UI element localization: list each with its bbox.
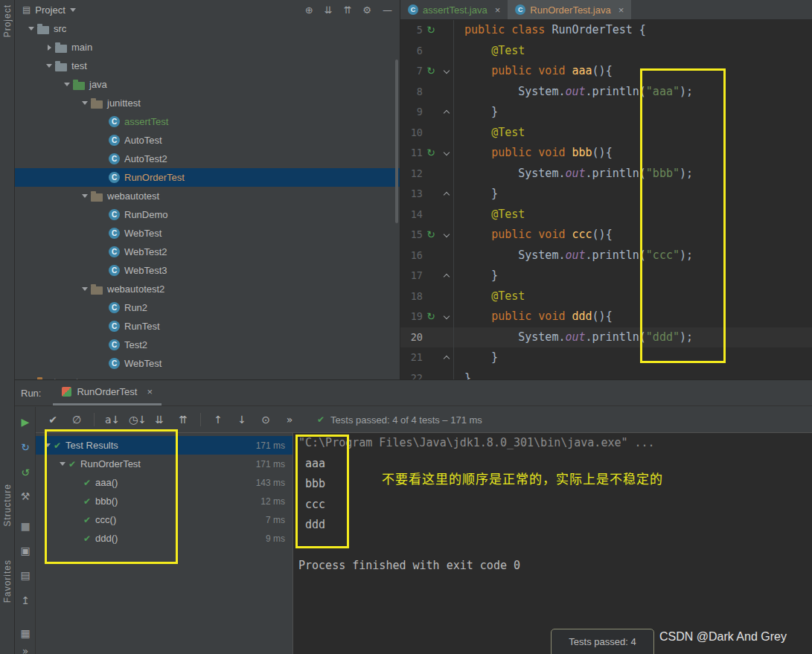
fold-close-icon[interactable]: [439, 266, 454, 286]
fold-close-icon[interactable]: [439, 184, 454, 205]
run-test-icon[interactable]: ↻: [423, 61, 439, 82]
compare-screenshot-icon[interactable]: ▤: [15, 569, 36, 581]
code-line-10[interactable]: 10 @Test: [400, 123, 812, 144]
project-header-title[interactable]: Project: [35, 4, 65, 16]
project-tree-item-webtest3[interactable]: CWebTest3: [15, 261, 400, 280]
test-history-icon[interactable]: ⊙: [259, 414, 272, 426]
sort-by-duration-icon[interactable]: ◷↓: [129, 414, 142, 426]
rerun-failed-tests-icon[interactable]: ↻: [15, 441, 36, 453]
code-line-21[interactable]: 21 }: [400, 347, 812, 368]
code-line-20[interactable]: 20 System.out.println("ddd");: [400, 327, 812, 348]
fold-close-icon[interactable]: [439, 102, 454, 123]
code-line-12[interactable]: 12 System.out.println("bbb");: [400, 164, 812, 185]
project-tree-item-src[interactable]: src: [15, 19, 400, 38]
fold-open-icon[interactable]: [439, 61, 454, 82]
code-line-8[interactable]: 8 System.out.println("aaa");: [400, 82, 812, 103]
chevron-down-icon[interactable]: [70, 8, 76, 12]
code-line-16[interactable]: 16 System.out.println("ccc");: [400, 246, 812, 266]
project-tree-item-run2[interactable]: CRun2: [15, 298, 400, 317]
project-tree-item-rundemo[interactable]: CRunDemo: [15, 205, 400, 224]
fold-close-icon[interactable]: [439, 347, 454, 368]
toggle-auto-test-icon[interactable]: ↺: [15, 467, 36, 478]
screenshot-icon[interactable]: ▣: [15, 545, 36, 557]
build-settings-icon[interactable]: ⚒: [15, 490, 36, 502]
collapse-all-icon[interactable]: ⇈: [343, 4, 351, 16]
close-icon[interactable]: ×: [147, 386, 153, 397]
collapse-all-icon[interactable]: ⇈: [176, 414, 190, 426]
settings-gear-icon[interactable]: ⚙: [362, 4, 371, 16]
project-tree-item-main[interactable]: main: [15, 38, 400, 57]
sort-alphabetically-icon[interactable]: a↓: [105, 414, 118, 426]
stop-icon[interactable]: ■: [15, 520, 36, 532]
toolwindow-button-project[interactable]: Project: [2, 4, 13, 37]
previous-occurrence-icon[interactable]: ↑: [211, 414, 225, 426]
test-tree-item-ccc[interactable]: ✔ccc()7 ms: [36, 510, 292, 529]
project-tree-item-webtest2[interactable]: CWebTest2: [15, 243, 400, 261]
run-test-icon[interactable]: ↻: [423, 20, 439, 41]
show-passed-icon[interactable]: ✔: [46, 414, 60, 426]
close-icon[interactable]: ×: [618, 4, 624, 16]
code-line-11[interactable]: 11↻ public void bbb(){: [400, 143, 812, 164]
project-tree-item-junittest[interactable]: junittest: [15, 94, 400, 112]
rerun-tests-icon[interactable]: ▶: [15, 416, 36, 428]
editor-tab-asserttest[interactable]: C assertTest.java ×: [400, 0, 508, 19]
more-icon[interactable]: »: [283, 414, 296, 426]
project-tree-item-test2[interactable]: CTest2: [15, 336, 400, 354]
fold-open-icon[interactable]: [439, 225, 454, 246]
run-test-icon[interactable]: ↻: [423, 143, 439, 164]
chevron-right-icon[interactable]: [43, 45, 55, 51]
project-tree-item-webtest[interactable]: CWebTest: [15, 354, 400, 373]
test-tree-item-aaa[interactable]: ✔aaa()143 ms: [36, 473, 292, 492]
console[interactable]: "C:\Program Files\Java\jdk1.8.0_301\bin\…: [292, 433, 812, 654]
chevron-down-icon[interactable]: [42, 443, 54, 447]
project-tree-item-runtest[interactable]: CRunTest: [15, 317, 400, 336]
test-tree-item-ddd[interactable]: ✔ddd()9 ms: [36, 529, 292, 548]
chevron-down-icon[interactable]: [57, 462, 68, 466]
project-tree-item-autotest[interactable]: CAutoTest: [15, 131, 400, 150]
project-tree-item-asserttest[interactable]: CassertTest: [15, 112, 400, 131]
chevron-down-icon[interactable]: [25, 27, 37, 31]
project-scrollbar[interactable]: [395, 60, 398, 223]
run-test-icon[interactable]: ↻: [423, 307, 439, 327]
export-test-results-icon[interactable]: ↥: [15, 594, 36, 606]
run-test-icon[interactable]: ↻: [423, 225, 439, 246]
more-options-icon[interactable]: »: [15, 645, 36, 654]
fold-open-icon[interactable]: [439, 307, 454, 327]
layout-settings-icon[interactable]: ▦: [15, 627, 36, 639]
code-line-6[interactable]: 6 @Test: [400, 41, 812, 62]
project-tree-item-webautotest2[interactable]: webautotest2: [15, 280, 400, 298]
code-line-13[interactable]: 13 }: [400, 184, 812, 205]
code-area[interactable]: 5↻public class RunOrderTest {6 @Test7↻ p…: [400, 20, 812, 379]
toolwindow-button-favorites[interactable]: Favorites: [2, 560, 13, 603]
chevron-down-icon[interactable]: [79, 101, 91, 105]
locate-file-icon[interactable]: ⊕: [305, 4, 313, 16]
code-line-17[interactable]: 17 }: [400, 266, 812, 286]
next-occurrence-icon[interactable]: ↓: [235, 414, 249, 426]
editor-tab-runordertest[interactable]: C RunOrderTest.java ×: [508, 0, 631, 19]
code-line-9[interactable]: 9 }: [400, 102, 812, 123]
project-tree-item-runordertest[interactable]: CRunOrderTest: [15, 168, 400, 187]
toolwindow-button-structure[interactable]: Structure: [2, 484, 13, 527]
test-tree-item-runordertest[interactable]: ✔RunOrderTest171 ms: [36, 455, 292, 473]
test-tree-item-bbb[interactable]: ✔bbb()12 ms: [36, 492, 292, 510]
code-line-15[interactable]: 15↻ public void ccc(){: [400, 225, 812, 246]
project-tree-item-webautotest[interactable]: webautotest: [15, 187, 400, 205]
code-line-14[interactable]: 14 @Test: [400, 205, 812, 225]
code-line-18[interactable]: 18 @Test: [400, 286, 812, 307]
chevron-down-icon[interactable]: [79, 287, 91, 291]
code-line-7[interactable]: 7↻ public void aaa(){: [400, 61, 812, 82]
project-tree-item-autotest2[interactable]: CAutoTest2: [15, 150, 400, 168]
hide-panel-icon[interactable]: —: [383, 4, 392, 16]
project-tree-item-test[interactable]: test: [15, 57, 400, 75]
project-tree-item-java[interactable]: java: [15, 75, 400, 94]
expand-all-icon[interactable]: ⇊: [325, 4, 333, 16]
test-tree-item-testresults[interactable]: ✔Test Results171 ms: [36, 436, 292, 455]
chevron-down-icon[interactable]: [43, 64, 55, 68]
close-icon[interactable]: ×: [495, 4, 501, 16]
project-tree-item-webtest[interactable]: CWebTest: [15, 224, 400, 243]
show-ignored-icon[interactable]: ∅: [70, 414, 83, 426]
run-config-tab[interactable]: RunOrderTest ×: [53, 380, 162, 405]
code-line-19[interactable]: 19↻ public void ddd(){: [400, 307, 812, 327]
chevron-down-icon[interactable]: [61, 83, 73, 86]
project-tree-item-target[interactable]: target: [15, 373, 400, 379]
